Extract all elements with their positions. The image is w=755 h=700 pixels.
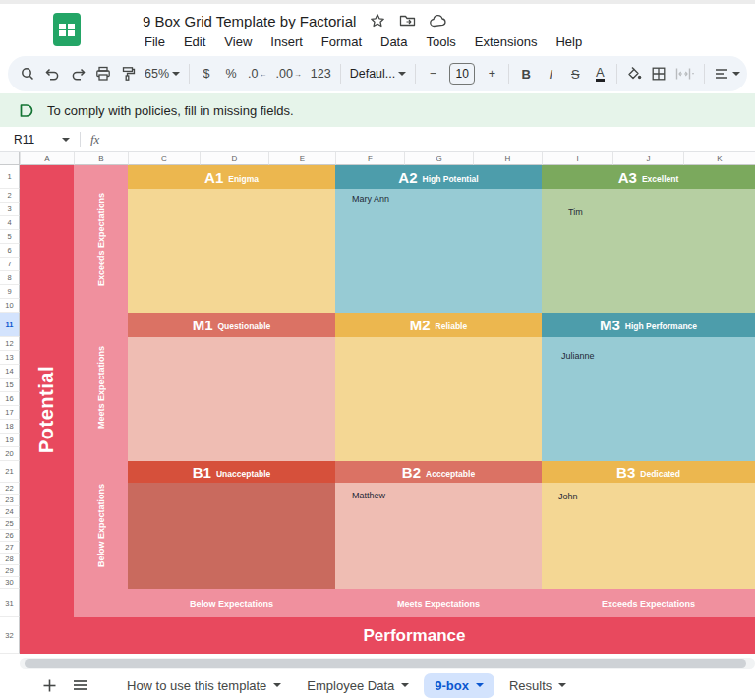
- format-currency-button[interactable]: $: [199, 62, 214, 86]
- menu-data[interactable]: Data: [380, 34, 407, 49]
- row-header-27[interactable]: 27: [0, 542, 20, 554]
- italic-button[interactable]: I: [543, 62, 558, 86]
- box-header-b2[interactable]: B2Accceptable: [335, 461, 542, 483]
- box-header-b1[interactable]: B1Unacceptable: [128, 461, 335, 483]
- column-header-e[interactable]: E: [268, 152, 335, 165]
- box-body-m2[interactable]: [335, 337, 542, 461]
- menu-format[interactable]: Format: [321, 34, 362, 49]
- undo-icon[interactable]: [44, 62, 61, 86]
- sheet-tab-employee-data[interactable]: Employee Data: [296, 673, 420, 698]
- horizontal-align-select[interactable]: [714, 62, 740, 86]
- chevron-down-icon[interactable]: [558, 683, 566, 687]
- row-header-24[interactable]: 24: [0, 506, 20, 518]
- box-header-m3[interactable]: M3High Performance: [542, 313, 755, 337]
- row-header-6[interactable]: 6: [0, 244, 20, 258]
- scrollbar-thumb[interactable]: [25, 659, 746, 668]
- row-header-23[interactable]: 23: [0, 495, 20, 506]
- column-header-c[interactable]: C: [128, 152, 200, 165]
- menu-view[interactable]: View: [224, 34, 252, 49]
- row-header-9[interactable]: 9: [0, 285, 20, 299]
- redo-icon[interactable]: [70, 62, 87, 86]
- spreadsheet-grid[interactable]: ABCDEFGHIJK12345678910111213141516171819…: [0, 152, 755, 671]
- row-header-12[interactable]: 12: [0, 337, 20, 351]
- employee-name-john[interactable]: John: [558, 492, 578, 501]
- employee-name-mary-ann[interactable]: Mary Ann: [352, 194, 389, 204]
- chevron-down-icon[interactable]: [476, 683, 484, 687]
- borders-icon[interactable]: [651, 62, 667, 86]
- employee-name-matthew[interactable]: Matthew: [352, 491, 385, 500]
- menu-insert[interactable]: Insert: [270, 34, 303, 49]
- box-body-m1[interactable]: [128, 337, 335, 461]
- horizontal-scrollbar[interactable]: [20, 658, 755, 669]
- row-header-17[interactable]: 17: [0, 406, 20, 420]
- row-header-11[interactable]: 11: [0, 313, 20, 337]
- font-size-input[interactable]: 10: [449, 62, 475, 86]
- row-header-14[interactable]: 14: [0, 365, 20, 379]
- more-formats-button[interactable]: 123: [311, 62, 331, 86]
- sheet-tab-results[interactable]: Results: [498, 673, 577, 698]
- box-body-a2[interactable]: [335, 189, 542, 313]
- row-header-19[interactable]: 19: [0, 434, 20, 447]
- chevron-down-icon[interactable]: [401, 683, 409, 687]
- column-header-i[interactable]: I: [542, 152, 612, 165]
- star-icon[interactable]: [370, 13, 385, 29]
- column-header-g[interactable]: G: [404, 152, 473, 165]
- column-header-h[interactable]: H: [473, 152, 542, 165]
- fill-color-icon[interactable]: [626, 62, 642, 86]
- font-select[interactable]: Defaul...: [350, 62, 407, 86]
- doc-title[interactable]: 9 Box Grid Template by Factorial: [143, 13, 356, 29]
- box-header-m1[interactable]: M1Questionable: [128, 313, 335, 337]
- employee-name-julianne[interactable]: Julianne: [561, 351, 595, 361]
- row-header-13[interactable]: 13: [0, 351, 20, 365]
- column-header-j[interactable]: J: [612, 152, 683, 165]
- menu-tools[interactable]: Tools: [426, 34, 455, 49]
- chevron-down-icon[interactable]: [273, 683, 281, 687]
- paint-format-icon[interactable]: [120, 62, 136, 86]
- row-header-1[interactable]: 1: [0, 165, 20, 189]
- column-header-a[interactable]: A: [20, 152, 74, 165]
- decrease-font-size-button[interactable]: −: [425, 62, 440, 86]
- row-header-2[interactable]: 2: [0, 189, 20, 203]
- row-header-32[interactable]: 32: [0, 617, 20, 654]
- name-box[interactable]: R11: [14, 133, 59, 146]
- row-header-5[interactable]: 5: [0, 230, 20, 244]
- column-header-k[interactable]: K: [683, 152, 755, 165]
- row-header-4[interactable]: 4: [0, 216, 20, 230]
- row-header-16[interactable]: 16: [0, 392, 20, 406]
- select-all-corner[interactable]: [0, 152, 20, 165]
- box-header-m2[interactable]: M2Reliable: [335, 313, 542, 337]
- row-header-10[interactable]: 10: [0, 299, 20, 313]
- box-body-a1[interactable]: [128, 189, 335, 313]
- zoom-select[interactable]: 65%: [145, 62, 180, 86]
- move-to-folder-icon[interactable]: [399, 14, 416, 28]
- row-header-20[interactable]: 20: [0, 447, 20, 461]
- row-header-25[interactable]: 25: [0, 518, 20, 530]
- box-header-a2[interactable]: A2High Potential: [335, 165, 542, 189]
- bold-button[interactable]: B: [518, 62, 534, 86]
- chevron-down-icon[interactable]: [62, 138, 70, 142]
- row-header-18[interactable]: 18: [0, 420, 20, 434]
- sheet-tab-how-to-use-this-template[interactable]: How to use this template: [116, 673, 292, 698]
- row-header-15[interactable]: 15: [0, 379, 20, 392]
- sheets-logo-icon[interactable]: [53, 13, 81, 46]
- increase-font-size-button[interactable]: +: [484, 62, 499, 86]
- row-header-7[interactable]: 7: [0, 258, 20, 271]
- format-percent-button[interactable]: %: [223, 62, 239, 86]
- menu-file[interactable]: File: [145, 34, 165, 49]
- box-header-b3[interactable]: B3Dedicated: [542, 461, 755, 483]
- strikethrough-button[interactable]: S: [567, 62, 583, 86]
- row-header-22[interactable]: 22: [0, 483, 20, 495]
- decrease-decimals-button[interactable]: .0←: [248, 62, 266, 86]
- increase-decimals-button[interactable]: .00→: [275, 62, 301, 86]
- row-header-3[interactable]: 3: [0, 203, 20, 216]
- menu-edit[interactable]: Edit: [184, 34, 205, 49]
- text-color-button[interactable]: A: [592, 62, 608, 86]
- row-header-26[interactable]: 26: [0, 530, 20, 542]
- all-sheets-menu-icon[interactable]: [69, 673, 92, 697]
- row-header-30[interactable]: 30: [0, 577, 20, 589]
- column-header-b[interactable]: B: [74, 152, 128, 165]
- box-header-a1[interactable]: A1Enigma: [128, 165, 335, 189]
- row-header-21[interactable]: 21: [0, 461, 20, 483]
- column-header-f[interactable]: F: [335, 152, 404, 165]
- row-header-31[interactable]: 31: [0, 589, 20, 617]
